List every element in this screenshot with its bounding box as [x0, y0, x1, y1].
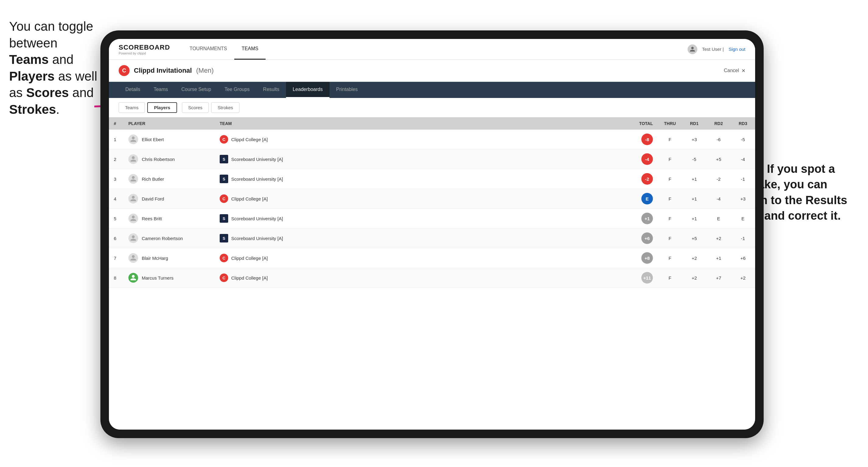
content-area: Teams Players Scores Strokes # PLAYER TE… [109, 98, 755, 430]
cell-team: S Scoreboard University [A] [215, 149, 627, 169]
cell-player: Cameron Robertson [124, 228, 215, 248]
cell-rd1: +2 [682, 268, 707, 288]
cell-pos: 3 [109, 169, 124, 189]
cell-thru: F [658, 248, 682, 268]
table-header: # PLAYER TEAM TOTAL THRU RD1 RD2 RD3 [109, 118, 755, 130]
user-avatar [688, 44, 697, 54]
cell-team: S Scoreboard University [A] [215, 209, 627, 228]
table-row: 3 Rich Butler S Scoreboard University [A… [109, 169, 755, 189]
col-total: TOTAL [627, 118, 658, 130]
table-row: 6 Cameron Robertson S Scoreboard Univers… [109, 228, 755, 248]
cell-rd2: -2 [707, 169, 731, 189]
cell-pos: 2 [109, 149, 124, 169]
table-row: 8 Marcus Turners C Clippd College [A] +1… [109, 268, 755, 288]
navbar: SCOREBOARD Powered by clippd TOURNAMENTS… [109, 39, 755, 60]
toggle-players[interactable]: Players [147, 102, 177, 113]
toggle-scores[interactable]: Scores [182, 102, 209, 113]
tab-course-setup[interactable]: Course Setup [175, 82, 218, 98]
cell-thru: F [658, 189, 682, 209]
cell-player: Blair McHarg [124, 248, 215, 268]
cell-pos: 1 [109, 130, 124, 149]
cell-player: Marcus Turners [124, 268, 215, 288]
leaderboard-body: 1 Elliot Ebert C Clippd College [A] -8 F… [109, 130, 755, 288]
cell-thru: F [658, 169, 682, 189]
cell-rd3: -5 [731, 130, 755, 149]
cell-team: C Clippd College [A] [215, 268, 627, 288]
nav-tournaments[interactable]: TOURNAMENTS [182, 39, 234, 60]
tab-details[interactable]: Details [119, 82, 147, 98]
tab-teams[interactable]: Teams [147, 82, 175, 98]
logo-area: SCOREBOARD Powered by clippd [119, 43, 170, 55]
tab-tee-groups[interactable]: Tee Groups [218, 82, 256, 98]
cell-pos: 4 [109, 189, 124, 209]
cell-rd3: -1 [731, 169, 755, 189]
cell-team: C Clippd College [A] [215, 189, 627, 209]
col-rd1: RD1 [682, 118, 707, 130]
col-player: PLAYER [124, 118, 215, 130]
cancel-button[interactable]: Cancel ✕ [724, 68, 745, 74]
cell-team: C Clippd College [A] [215, 248, 627, 268]
nav-right: Test User | Sign out [688, 44, 745, 54]
cell-rd1: +1 [682, 189, 707, 209]
cell-player: Chris Robertson [124, 149, 215, 169]
cell-thru: F [658, 228, 682, 248]
cell-total: E [627, 189, 658, 209]
tab-leaderboards[interactable]: Leaderboards [286, 82, 330, 98]
cell-rd3: +2 [731, 268, 755, 288]
cell-rd2: +2 [707, 228, 731, 248]
cell-thru: F [658, 268, 682, 288]
table-row: 4 David Ford C Clippd College [A] E F +1… [109, 189, 755, 209]
user-label: Test User | [702, 46, 724, 52]
table-row: 7 Blair McHarg C Clippd College [A] +8 F… [109, 248, 755, 268]
cell-rd1: +5 [682, 228, 707, 248]
toggle-strokes[interactable]: Strokes [211, 102, 240, 113]
cell-rd1: +2 [682, 248, 707, 268]
tablet-frame: SCOREBOARD Powered by clippd TOURNAMENTS… [100, 30, 764, 438]
cell-total: -4 [627, 149, 658, 169]
cell-rd3: +6 [731, 248, 755, 268]
cell-rd3: E [731, 209, 755, 228]
cell-rd3: -4 [731, 149, 755, 169]
toggle-teams[interactable]: Teams [119, 102, 145, 113]
cell-rd2: +5 [707, 149, 731, 169]
cell-pos: 7 [109, 248, 124, 268]
cell-total: -8 [627, 130, 658, 149]
cell-rd2: -6 [707, 130, 731, 149]
cell-total: +11 [627, 268, 658, 288]
cell-pos: 8 [109, 268, 124, 288]
cell-thru: F [658, 209, 682, 228]
tab-printables[interactable]: Printables [330, 82, 365, 98]
leaderboard-table: # PLAYER TEAM TOTAL THRU RD1 RD2 RD3 1 E… [109, 118, 755, 288]
sign-out-link[interactable]: Sign out [728, 46, 745, 52]
tab-results[interactable]: Results [256, 82, 286, 98]
logo-sub: Powered by clippd [119, 52, 170, 55]
cell-player: David Ford [124, 189, 215, 209]
cell-team: S Scoreboard University [A] [215, 228, 627, 248]
cell-thru: F [658, 149, 682, 169]
sub-nav: Details Teams Course Setup Tee Groups Re… [109, 82, 755, 98]
left-annotation: You can toggle between Teams and Players… [9, 18, 97, 118]
col-rd3: RD3 [731, 118, 755, 130]
tournament-name: Clippd Invitational (Men) [134, 67, 214, 74]
table-row: 5 Rees Britt S Scoreboard University [A]… [109, 209, 755, 228]
cell-rd2: E [707, 209, 731, 228]
cell-total: +8 [627, 248, 658, 268]
table-row: 2 Chris Robertson S Scoreboard Universit… [109, 149, 755, 169]
cell-rd1: +3 [682, 130, 707, 149]
cell-player: Rees Britt [124, 209, 215, 228]
cell-rd1: -5 [682, 149, 707, 169]
cell-rd2: -4 [707, 189, 731, 209]
cell-player: Elliot Ebert [124, 130, 215, 149]
cell-total: +1 [627, 209, 658, 228]
cell-team: C Clippd College [A] [215, 130, 627, 149]
cell-rd3: +3 [731, 189, 755, 209]
table-row: 1 Elliot Ebert C Clippd College [A] -8 F… [109, 130, 755, 149]
nav-teams[interactable]: TEAMS [234, 39, 266, 60]
cell-total: +6 [627, 228, 658, 248]
nav-links: TOURNAMENTS TEAMS [182, 39, 688, 60]
cell-pos: 6 [109, 228, 124, 248]
cell-rd1: +1 [682, 169, 707, 189]
col-rd2: RD2 [707, 118, 731, 130]
cell-rd1: +1 [682, 209, 707, 228]
cell-pos: 5 [109, 209, 124, 228]
